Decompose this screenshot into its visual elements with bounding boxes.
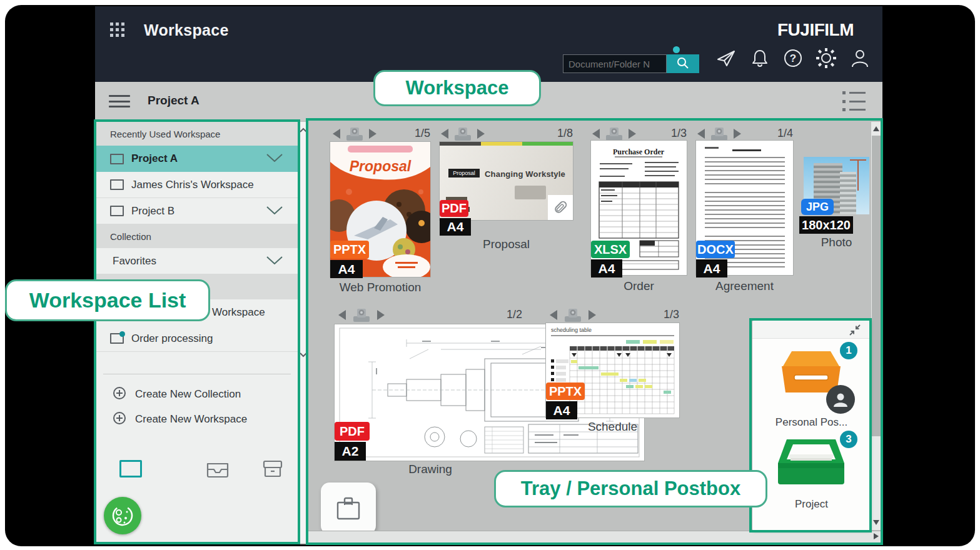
- personal-postbox-count-badge: 1: [840, 342, 857, 359]
- tab-inbox-view[interactable]: [205, 459, 230, 478]
- next-page-icon[interactable]: [369, 129, 376, 139]
- scroll-down-icon[interactable]: [873, 520, 879, 525]
- format-badge: PDF: [440, 200, 468, 217]
- next-page-icon[interactable]: [377, 310, 385, 320]
- create-new-collection-button[interactable]: Create New Collection: [96, 382, 298, 406]
- size-badge: A4: [546, 401, 577, 419]
- doc-text-block: [705, 157, 785, 187]
- sidebar-item-project-a[interactable]: Project A: [96, 146, 298, 172]
- project-tray-icon[interactable]: [777, 436, 846, 496]
- next-page-icon[interactable]: [477, 129, 485, 139]
- format-badge: XLSX: [591, 241, 630, 258]
- help-icon[interactable]: ?: [782, 48, 804, 69]
- format-badge: JPG: [801, 199, 834, 215]
- proposal-tag: Proposal: [448, 169, 480, 178]
- format-badge: PPTX: [330, 241, 369, 259]
- tab-workspace-view[interactable]: [119, 459, 142, 478]
- chevron-down-icon[interactable]: [266, 152, 283, 165]
- sidebar-scrollbar[interactable]: [299, 122, 308, 543]
- prev-page-icon[interactable]: [550, 310, 557, 320]
- size-badge: A4: [330, 260, 363, 278]
- prev-page-icon[interactable]: [441, 129, 448, 139]
- pager-proposal: 1/8: [440, 126, 573, 141]
- sidebar-scroll-up-icon[interactable]: [300, 124, 307, 136]
- prev-page-icon[interactable]: [592, 129, 600, 139]
- profile-icon[interactable]: [849, 48, 871, 69]
- search-icon: [676, 56, 690, 72]
- format-badge: PPTX: [546, 382, 585, 400]
- next-page-icon[interactable]: [589, 310, 596, 320]
- size-badge: A4: [696, 259, 727, 278]
- workspace-tab-icon: [119, 460, 142, 478]
- sidebar-item-favorites[interactable]: Favorites: [96, 248, 298, 274]
- pager-agreement: 1/4: [696, 126, 793, 141]
- cookie-consent-button[interactable]: [104, 497, 141, 534]
- svg-text:Proposal: Proposal: [350, 158, 412, 174]
- horizontal-scrollbar[interactable]: [308, 531, 881, 543]
- svg-text:Purchase Order: Purchase Order: [613, 148, 665, 156]
- pager-drawing: 1/2: [335, 308, 522, 322]
- sidebar-item-project-b[interactable]: Project B: [96, 198, 298, 224]
- sidebar-item-james-chris-workspace[interactable]: James Chris's Workspace: [96, 172, 298, 198]
- prev-page-icon[interactable]: [338, 310, 346, 320]
- doc-title-line: [732, 149, 761, 151]
- sidebar-item-label: Workspace: [212, 306, 265, 319]
- crane: [857, 159, 859, 191]
- search-input[interactable]: [563, 54, 667, 73]
- inbox-tray-icon: [206, 459, 230, 478]
- personal-postbox-label[interactable]: Personal Pos...: [752, 416, 871, 429]
- search-bar: [563, 54, 699, 73]
- sidebar-item-order-processing[interactable]: Order processing: [96, 326, 298, 352]
- pager-order: 1/3: [591, 126, 687, 141]
- sidebar-item-label: Project A: [131, 152, 178, 165]
- svg-text:scheduling table: scheduling table: [551, 327, 592, 333]
- scroll-up-icon[interactable]: [873, 126, 879, 131]
- next-page-icon[interactable]: [734, 129, 741, 139]
- tab-box-view[interactable]: [261, 459, 284, 478]
- building: [840, 172, 856, 214]
- workspace-badge-icon: [110, 333, 124, 344]
- callout-workspace: Workspace: [373, 70, 541, 106]
- document-label: Agreement: [696, 279, 793, 293]
- proposal-heading: Changing Workstyle: [485, 169, 565, 179]
- next-page-icon[interactable]: [629, 129, 636, 139]
- search-button[interactable]: [667, 54, 699, 73]
- menu-icon[interactable]: [109, 95, 130, 108]
- plus-circle-icon: [113, 411, 126, 428]
- chevron-down-icon[interactable]: [266, 205, 283, 218]
- pager-schedule: 1/3: [546, 308, 679, 322]
- briefcase-icon: [335, 496, 362, 521]
- callout-workspace-list: Workspace List: [5, 279, 210, 321]
- project-tray-label[interactable]: Project: [752, 498, 871, 511]
- svg-text:?: ?: [790, 52, 796, 64]
- briefcase-button[interactable]: [321, 482, 376, 534]
- settings-gear-icon[interactable]: [816, 48, 837, 69]
- doc-text-block: [705, 192, 785, 231]
- crane-arm: [850, 159, 866, 161]
- notifications-bell-icon[interactable]: [749, 48, 770, 69]
- scroll-right-icon[interactable]: [874, 533, 879, 539]
- prev-page-icon[interactable]: [697, 129, 705, 139]
- sidebar-item-label: Project B: [131, 205, 174, 218]
- size-badge: 180x120: [799, 216, 853, 234]
- format-badge: PDF: [335, 422, 370, 441]
- prev-page-icon[interactable]: [333, 129, 340, 139]
- size-badge: A4: [591, 259, 622, 278]
- expand-icon[interactable]: [848, 324, 862, 339]
- cookie-icon: [110, 503, 135, 528]
- create-new-workspace-button[interactable]: Create New Workspace: [96, 408, 298, 431]
- list-view-icon[interactable]: [842, 91, 866, 111]
- app-grid-icon[interactable]: [110, 22, 127, 39]
- vertical-scrollbar-thumb[interactable]: [872, 136, 881, 436]
- workspace-title: Project A: [148, 94, 200, 108]
- sidebar-item-label: Favorites: [113, 255, 156, 268]
- create-workspace-label: Create New Workspace: [135, 413, 247, 426]
- project-tray-count-badge: 3: [840, 431, 857, 448]
- create-collection-label: Create New Collection: [135, 388, 241, 401]
- sidebar-scroll-down-icon[interactable]: [300, 349, 307, 360]
- screenshot-canvas: Workspace FUJIFILM ?: [0, 0, 980, 550]
- chevron-down-icon[interactable]: [266, 255, 283, 268]
- clip-icon: [351, 308, 372, 326]
- page-title: Workspace: [144, 21, 229, 39]
- send-icon[interactable]: [715, 48, 737, 69]
